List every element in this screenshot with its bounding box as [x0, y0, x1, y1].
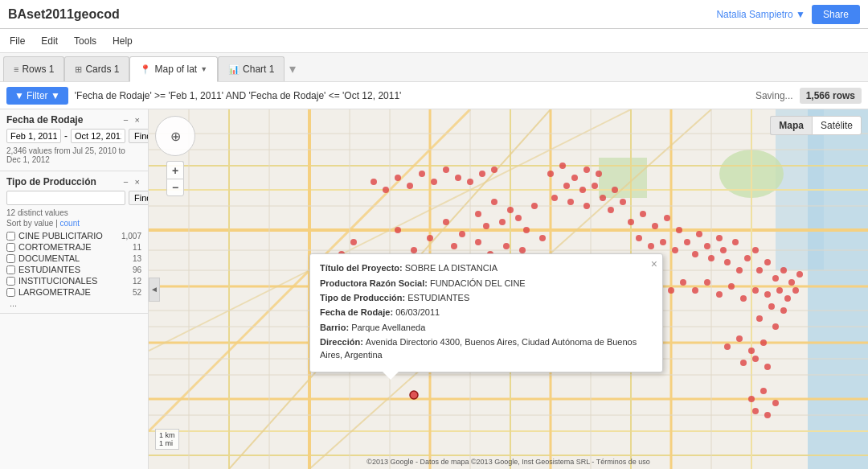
svg-point-169: [764, 412, 771, 418]
svg-point-97: [696, 231, 702, 237]
svg-point-163: [752, 356, 759, 362]
menu-tools[interactable]: Tools: [71, 34, 100, 48]
date-to-input[interactable]: [71, 129, 125, 143]
tipo-check-institucionales[interactable]: [6, 277, 15, 286]
popup-row-direccion: Dirección: Avenida Directorio 4300, Buen…: [320, 336, 653, 361]
menu-edit[interactable]: Edit: [38, 34, 61, 48]
svg-point-111: [780, 267, 787, 274]
tipo-item-largometraje[interactable]: LARGOMETRAJE 52: [6, 287, 141, 297]
svg-point-158: [724, 344, 731, 350]
popup-close-button[interactable]: ×: [651, 257, 657, 270]
menu-help[interactable]: Help: [109, 34, 136, 48]
svg-point-120: [756, 315, 763, 322]
fecha-title: Fecha de Rodaje: [6, 114, 83, 125]
svg-point-109: [764, 259, 771, 265]
svg-point-146: [410, 391, 418, 399]
popup-label-tipo: Tipo de Producción:: [320, 293, 407, 302]
row-count: 1,566 rows: [800, 88, 862, 104]
svg-point-85: [608, 207, 614, 213]
svg-point-51: [411, 247, 417, 253]
tab-cards-label: Cards 1: [85, 64, 119, 75]
popup-label-titulo: Título del Proyecto:: [320, 263, 405, 273]
svg-point-121: [772, 323, 779, 330]
popup-value-barrio: Parque Avellaneda: [351, 323, 425, 332]
tipo-item-corto[interactable]: CORTOMETRAJE 11: [6, 242, 141, 252]
tipo-check-cine[interactable]: [6, 232, 15, 241]
add-tab-button[interactable]: ▾: [285, 56, 301, 81]
map-copyright: ©2013 Google - Datos de mapa ©2013 Googl…: [366, 458, 649, 466]
tab-rows-label: Rows 1: [22, 64, 54, 75]
tipo-check-estudiantes[interactable]: [6, 265, 15, 274]
nav-north-icon: ⊕: [170, 129, 181, 144]
svg-point-154: [455, 175, 461, 181]
svg-point-96: [684, 239, 690, 245]
tipo-label-documental: DOCUMENTAL: [18, 253, 129, 263]
satelite-button[interactable]: Satélite: [812, 116, 862, 135]
filter-button[interactable]: ▼ Filter ▼: [6, 87, 68, 105]
tab-map-dropdown-icon[interactable]: ▼: [200, 65, 207, 73]
tipo-count-documental: 13: [133, 254, 141, 263]
fecha-minimize[interactable]: −: [121, 114, 129, 125]
zoom-out-button[interactable]: −: [166, 179, 184, 196]
svg-point-50: [395, 227, 401, 233]
svg-point-89: [652, 223, 658, 229]
menu-file[interactable]: File: [6, 34, 28, 48]
tipo-search-input[interactable]: [6, 191, 125, 205]
svg-point-74: [571, 175, 578, 181]
svg-point-71: [519, 247, 526, 253]
date-dash: -: [64, 130, 68, 142]
svg-point-107: [752, 247, 759, 253]
nav-circle[interactable]: ⊕: [155, 116, 195, 156]
tab-chart[interactable]: 📊 Chart 1: [218, 56, 285, 81]
date-from-input[interactable]: [6, 129, 61, 143]
svg-point-98: [692, 251, 698, 257]
svg-point-100: [716, 235, 723, 241]
svg-rect-5: [599, 158, 647, 198]
svg-point-160: [748, 348, 755, 354]
sort-label: Sort by value | count: [6, 219, 141, 228]
svg-point-167: [772, 400, 779, 406]
sort-count-link[interactable]: count: [60, 219, 80, 228]
zoom-in-button[interactable]: +: [166, 161, 184, 179]
popup-row-fecha: Fecha de Rodaje: 06/03/2011: [320, 306, 653, 319]
svg-point-148: [383, 187, 389, 193]
svg-point-113: [796, 271, 803, 278]
share-button[interactable]: Share: [812, 5, 860, 24]
tipo-check-corto[interactable]: [6, 243, 15, 252]
svg-rect-1: [808, 109, 868, 469]
tipo-check-largometraje[interactable]: [6, 288, 15, 297]
tab-cards[interactable]: ⊞ Cards 1: [64, 56, 129, 81]
tab-rows[interactable]: ≡ Rows 1: [3, 56, 64, 81]
user-name[interactable]: Natalia Sampietro ▼: [716, 9, 805, 20]
collapse-sidebar-button[interactable]: ◄: [149, 278, 160, 302]
svg-point-165: [748, 396, 755, 402]
tipo-check-documental[interactable]: [6, 254, 15, 263]
svg-point-161: [760, 339, 767, 346]
fecha-find-button[interactable]: Find: [129, 129, 149, 143]
map-container[interactable]: Mapa Satélite ⊕ + − 1 km 1 mi ©2013 Goog…: [149, 109, 868, 469]
map-type-controls: Mapa Satélite: [770, 116, 862, 135]
tipo-item-estudiantes[interactable]: ESTUDIANTES 96: [6, 265, 141, 274]
tipo-item-documental[interactable]: DOCUMENTAL 13: [6, 253, 141, 263]
svg-point-151: [419, 171, 425, 177]
fecha-close[interactable]: ×: [133, 114, 141, 125]
tipo-count-estudiantes: 96: [133, 265, 141, 274]
tipo-label-institucionales: INSTITUCIONALES: [18, 276, 129, 286]
svg-point-67: [539, 235, 546, 241]
tab-map[interactable]: 📍 Map of lat ▼: [129, 56, 218, 82]
svg-point-62: [483, 223, 489, 229]
mapa-button[interactable]: Mapa: [770, 116, 812, 135]
tipo-item-cine[interactable]: CINE PUBLICITARIO 1,007: [6, 231, 141, 241]
tipo-minimize[interactable]: −: [121, 176, 129, 187]
svg-point-52: [427, 235, 433, 241]
svg-point-94: [660, 239, 666, 245]
svg-point-114: [776, 287, 783, 294]
tipo-item-institucionales[interactable]: INSTITUCIONALES 12: [6, 276, 141, 286]
svg-point-155: [467, 179, 473, 185]
tipo-close[interactable]: ×: [133, 176, 141, 187]
tipo-find-button[interactable]: Find: [129, 191, 149, 205]
more-items[interactable]: ...: [6, 298, 141, 308]
svg-point-61: [507, 207, 514, 213]
svg-point-3: [719, 150, 784, 198]
svg-point-106: [744, 255, 751, 261]
